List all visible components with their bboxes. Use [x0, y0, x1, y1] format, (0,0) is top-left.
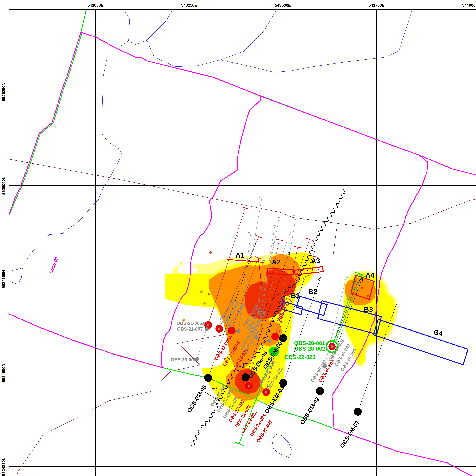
svg-text:A3: A3 — [311, 257, 320, 265]
svg-text:543500E: 543500E — [275, 3, 291, 8]
svg-text:544000E: 544000E — [462, 3, 476, 8]
svg-text:5524250N: 5524250N — [1, 457, 6, 476]
svg-text:B2: B2 — [308, 288, 317, 296]
svg-text:OBS-21-006A: OBS-21-006A — [176, 321, 205, 326]
svg-text:A4: A4 — [365, 271, 374, 279]
svg-text:75°: 75° — [211, 387, 217, 391]
svg-text:543000E: 543000E — [87, 3, 103, 8]
svg-text:5524500N: 5524500N — [1, 364, 6, 382]
svg-text:B1: B1 — [291, 292, 300, 300]
svg-text:OBS-22-020: OBS-22-020 — [285, 354, 316, 360]
svg-text:A1: A1 — [236, 251, 245, 259]
svg-text:OBS-21-007: OBS-21-007 — [177, 326, 203, 331]
svg-text:B3: B3 — [364, 306, 373, 314]
svg-text:5524750N: 5524750N — [1, 270, 6, 289]
svg-text:OBS-20-001: OBS-20-001 — [294, 340, 325, 346]
svg-text:A2: A2 — [272, 258, 281, 266]
svg-text:543750E: 543750E — [369, 3, 385, 8]
svg-text:543250E: 543250E — [181, 3, 197, 8]
svg-text:OBS-88-006: OBS-88-006 — [171, 357, 196, 362]
svg-text:5525250N: 5525250N — [1, 83, 6, 101]
svg-text:OBS-20-002: OBS-20-002 — [294, 345, 325, 352]
svg-text:5525000N: 5525000N — [1, 176, 6, 195]
